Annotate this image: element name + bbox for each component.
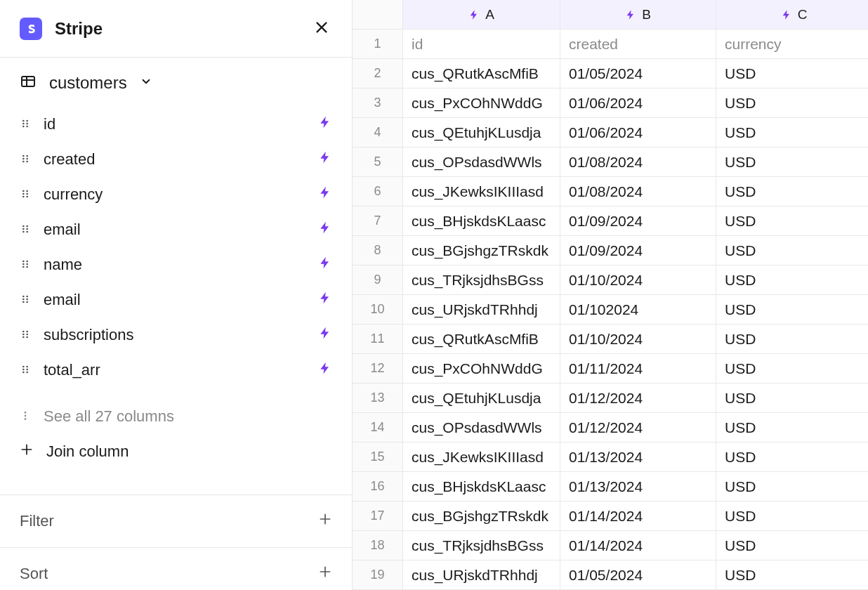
cell-currency[interactable]: USD: [716, 266, 868, 294]
table-row[interactable]: 2cus_QRutkAscMfiB01/05/2024USD: [353, 59, 868, 88]
sort-section[interactable]: Sort: [0, 547, 352, 590]
cell-created[interactable]: 01/12/2024: [560, 413, 716, 442]
cell-id[interactable]: cus_BHjskdsKLaasc: [403, 472, 560, 501]
cell-currency[interactable]: USD: [716, 295, 868, 324]
cell-created[interactable]: 01/05/2024: [560, 560, 716, 589]
field-row[interactable]: total_arr: [11, 353, 341, 388]
plus-icon[interactable]: [318, 512, 332, 530]
field-header[interactable]: created: [560, 29, 716, 58]
drag-handle-icon[interactable]: [20, 291, 31, 309]
table-row[interactable]: 13cus_QEtuhjKLusdja01/12/2024USD: [353, 383, 868, 413]
cell-id[interactable]: cus_OPsdasdWWls: [403, 413, 560, 442]
join-column[interactable]: Join column: [11, 434, 341, 469]
table-row[interactable]: 9cus_TRjksjdhsBGss01/10/2024USD: [353, 266, 868, 295]
table-row[interactable]: 10cus_URjskdTRhhdj01/102024USD: [353, 295, 868, 324]
drag-handle-icon[interactable]: [20, 361, 31, 379]
cell-id[interactable]: cus_OPsdasdWWls: [403, 148, 560, 176]
cell-created[interactable]: 01/08/2024: [560, 148, 716, 176]
table-row[interactable]: 4cus_QEtuhjKLusdja01/06/2024USD: [353, 118, 868, 148]
cell-currency[interactable]: USD: [716, 354, 868, 383]
cell-created[interactable]: 01/09/2024: [560, 206, 716, 235]
field-row[interactable]: subscriptions: [11, 317, 341, 353]
table-row[interactable]: 8cus_BGjshgzTRskdk01/09/2024USD: [353, 236, 868, 266]
cell-id[interactable]: cus_QRutkAscMfiB: [403, 59, 560, 88]
cell-currency[interactable]: USD: [716, 118, 868, 147]
filter-section[interactable]: Filter: [0, 494, 352, 547]
drag-handle-icon[interactable]: [20, 115, 31, 133]
cell-id[interactable]: cus_QRutkAscMfiB: [403, 324, 560, 353]
cell-currency[interactable]: USD: [716, 413, 868, 442]
cell-id[interactable]: cus_BHjskdsKLaasc: [403, 206, 560, 235]
field-row[interactable]: currency: [11, 177, 341, 212]
cell-created[interactable]: 01/10/2024: [560, 324, 716, 353]
cell-id[interactable]: cus_TRjksjdhsBGss: [403, 266, 560, 294]
cell-currency[interactable]: USD: [716, 501, 868, 530]
cell-currency[interactable]: USD: [716, 324, 868, 353]
plus-icon[interactable]: [318, 565, 332, 583]
cell-currency[interactable]: USD: [716, 206, 868, 235]
table-row[interactable]: 16cus_BHjskdsKLaasc01/13/2024USD: [353, 472, 868, 501]
cell-id[interactable]: cus_QEtuhjKLusdja: [403, 383, 560, 412]
table-row[interactable]: 14cus_OPsdasdWWls01/12/2024USD: [353, 413, 868, 442]
drag-handle-icon[interactable]: [20, 326, 31, 344]
table-row[interactable]: 6cus_JKewksIKIIIasd01/08/2024USD: [353, 177, 868, 206]
cell-id[interactable]: cus_BGjshgzTRskdk: [403, 501, 560, 530]
cell-created[interactable]: 01/13/2024: [560, 472, 716, 501]
drag-handle-icon[interactable]: [20, 185, 31, 204]
see-all-columns[interactable]: See all 27 columns: [11, 399, 341, 434]
table-row[interactable]: 5cus_OPsdasdWWls01/08/2024USD: [353, 148, 868, 177]
cell-id[interactable]: cus_JKewksIKIIIasd: [403, 177, 560, 206]
field-row[interactable]: created: [11, 142, 341, 177]
cell-created[interactable]: 01/05/2024: [560, 59, 716, 88]
field-row[interactable]: name: [11, 247, 341, 282]
cell-created[interactable]: 01/06/2024: [560, 88, 716, 117]
cell-id[interactable]: cus_BGjshgzTRskdk: [403, 236, 560, 265]
cell-id[interactable]: cus_PxCOhNWddG: [403, 88, 560, 117]
cell-currency[interactable]: USD: [716, 148, 868, 176]
table-row[interactable]: 15cus_JKewksIKIIIasd01/13/2024USD: [353, 442, 868, 472]
cell-created[interactable]: 01/06/2024: [560, 118, 716, 147]
table-row[interactable]: 7cus_BHjskdsKLaasc01/09/2024USD: [353, 206, 868, 236]
cell-currency[interactable]: USD: [716, 383, 868, 412]
column-header-c[interactable]: C: [716, 0, 868, 29]
cell-currency[interactable]: USD: [716, 531, 868, 560]
cell-id[interactable]: cus_URjskdTRhhdj: [403, 295, 560, 324]
table-row[interactable]: 18cus_TRjksjdhsBGss01/14/2024USD: [353, 531, 868, 560]
cell-id[interactable]: cus_QEtuhjKLusdja: [403, 118, 560, 147]
cell-currency[interactable]: USD: [716, 88, 868, 117]
column-header-a[interactable]: A: [403, 0, 560, 29]
field-row[interactable]: email: [11, 282, 341, 317]
table-row[interactable]: 11cus_QRutkAscMfiB01/10/2024USD: [353, 324, 868, 354]
cell-id[interactable]: cus_TRjksjdhsBGss: [403, 531, 560, 560]
field-header[interactable]: id: [403, 29, 560, 58]
column-header-b[interactable]: B: [560, 0, 716, 29]
cell-id[interactable]: cus_PxCOhNWddG: [403, 354, 560, 383]
cell-created[interactable]: 01/08/2024: [560, 177, 716, 206]
field-row[interactable]: email: [11, 212, 341, 247]
table-row[interactable]: 17cus_BGjshgzTRskdk01/14/2024USD: [353, 501, 868, 531]
cell-currency[interactable]: USD: [716, 560, 868, 589]
data-grid[interactable]: A B C 1 id created currency 2cus_QRutkAs…: [353, 0, 868, 590]
cell-currency[interactable]: USD: [716, 236, 868, 265]
drag-handle-icon[interactable]: [20, 150, 31, 169]
cell-created[interactable]: 01/10/2024: [560, 266, 716, 294]
field-header[interactable]: currency: [716, 29, 868, 58]
table-row[interactable]: 19cus_URjskdTRhhdj01/05/2024USD: [353, 560, 868, 590]
drag-handle-icon[interactable]: [20, 256, 31, 274]
cell-created[interactable]: 01/11/2024: [560, 354, 716, 383]
cell-created[interactable]: 01/09/2024: [560, 236, 716, 265]
cell-created[interactable]: 01/102024: [560, 295, 716, 324]
cell-id[interactable]: cus_JKewksIKIIIasd: [403, 442, 560, 471]
drag-handle-icon[interactable]: [20, 221, 31, 239]
table-row[interactable]: 12cus_PxCOhNWddG01/11/2024USD: [353, 354, 868, 383]
close-button[interactable]: [311, 17, 332, 41]
cell-created[interactable]: 01/12/2024: [560, 383, 716, 412]
cell-id[interactable]: cus_URjskdTRhhdj: [403, 560, 560, 589]
table-row[interactable]: 3cus_PxCOhNWddG01/06/2024USD: [353, 88, 868, 118]
cell-currency[interactable]: USD: [716, 59, 868, 88]
cell-currency[interactable]: USD: [716, 472, 868, 501]
cell-created[interactable]: 01/14/2024: [560, 501, 716, 530]
cell-currency[interactable]: USD: [716, 177, 868, 206]
cell-created[interactable]: 01/13/2024: [560, 442, 716, 471]
field-row[interactable]: id: [11, 107, 341, 142]
